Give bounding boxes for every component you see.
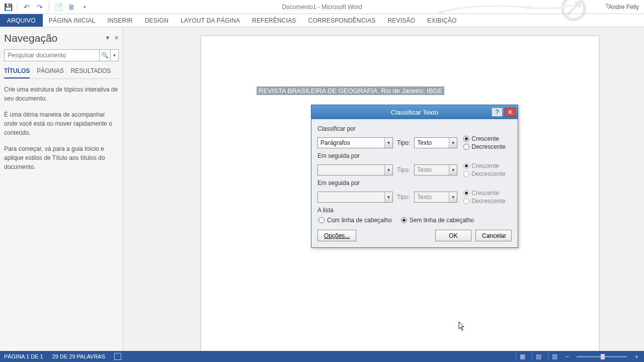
tab-references[interactable]: REFERÊNCIAS	[246, 14, 302, 27]
asc-radio-1[interactable]: Crescente	[463, 135, 505, 142]
status-page[interactable]: PÁGINA 1 DE 1	[4, 353, 43, 359]
asc-radio-3: Crescente	[463, 190, 505, 197]
type-label-3: Tipo:	[397, 194, 410, 201]
then-by-label-2: Em seguida por	[317, 179, 512, 187]
new-doc-icon[interactable]: 🗎	[66, 2, 76, 12]
sort-field-3-combo: ▼	[317, 192, 393, 203]
options-button[interactable]: Opções...	[317, 230, 356, 241]
with-header-radio[interactable]: Com linha de cabeçalho	[318, 217, 392, 224]
status-bar: PÁGINA 1 DE 1 29 DE 29 PALAVRAS ▦ ▤ ▥ − …	[0, 351, 644, 362]
type-label-2: Tipo:	[397, 166, 410, 173]
chevron-down-icon: ▼	[384, 192, 392, 202]
nav-tab-pages[interactable]: PÁGINAS	[37, 67, 63, 78]
user-name[interactable]: Andre Felly	[608, 4, 639, 11]
document-area[interactable]: REVISTA BRASILEIRA DE GEOGRAFIA. Rio de …	[123, 27, 644, 351]
nav-tab-headings[interactable]: TÍTULOS	[4, 67, 30, 78]
sort-type-2-combo: Texto▼	[414, 164, 457, 175]
ribbon-tabs: ARQUIVO PÁGINA INICIAL INSERIR DESIGN LA…	[0, 14, 644, 27]
title-bar: 💾 ↶ ↷ 📄 🗎 ▾ Documento1 - Microsoft Word …	[0, 0, 644, 14]
search-dropdown-icon[interactable]: ▼	[110, 50, 118, 61]
zoom-out-icon[interactable]: −	[564, 353, 571, 360]
navigation-pane: Navegação ▼ ✕ 🔍 ▼ TÍTULOS PÁGINAS RESULT…	[0, 27, 123, 351]
chevron-down-icon[interactable]: ▼	[384, 165, 392, 175]
view-read-icon[interactable]: ▦	[516, 352, 529, 361]
nav-dropdown-icon[interactable]: ▼	[104, 34, 111, 41]
nav-tab-results[interactable]: RESULTADOS	[71, 67, 111, 78]
chevron-down-icon[interactable]: ▼	[384, 138, 392, 148]
type-label-1: Tipo:	[397, 139, 410, 146]
sort-row-1: Parágrafos▼ Tipo: Texto▼ Crescente Decre…	[317, 135, 512, 150]
svg-point-1	[440, 11, 444, 15]
quick-access-toolbar: 💾 ↶ ↷ 📄 🗎 ▾	[0, 2, 90, 12]
tab-layout[interactable]: LAYOUT DA PÁGINA	[175, 14, 246, 27]
desc-radio-2: Decrescente	[463, 170, 505, 177]
status-words[interactable]: 29 DE 29 PALAVRAS	[52, 353, 105, 359]
nav-title: Navegação	[4, 32, 119, 44]
nav-pane-controls: ▼ ✕	[104, 34, 120, 41]
dialog-title: Classificar Texto	[391, 109, 438, 116]
undo-icon[interactable]: ↶	[22, 2, 32, 12]
dialog-help-icon[interactable]: ?	[492, 108, 503, 117]
touch-mode-icon[interactable]: 📄	[53, 2, 63, 12]
tab-file[interactable]: ARQUIVO	[0, 14, 43, 27]
zoom-slider[interactable]	[577, 356, 627, 357]
selected-text[interactable]: REVISTA BRASILEIRA DE GEOGRAFIA. Rio de …	[257, 86, 444, 95]
tab-design[interactable]: DESIGN	[139, 14, 175, 27]
dialog-buttons: Opções... OK Cancelar	[317, 230, 512, 241]
workspace: Navegação ▼ ✕ 🔍 ▼ TÍTULOS PÁGINAS RESULT…	[0, 27, 644, 351]
svg-point-2	[526, 6, 530, 10]
desc-radio-3: Decrescente	[463, 198, 505, 205]
sort-row-3: ▼ Tipo: Texto▼ Crescente Decrescente	[317, 190, 512, 205]
asc-radio-2: Crescente	[463, 162, 505, 169]
save-icon[interactable]: 💾	[3, 2, 13, 12]
search-input[interactable]	[5, 50, 99, 61]
nav-tabs: TÍTULOS PÁGINAS RESULTADOS	[4, 67, 119, 79]
nav-help-text: Crie uma estrutura de tópicos interativa…	[4, 85, 119, 171]
dialog-body: Classificar por Parágrafos▼ Tipo: Texto▼…	[311, 119, 518, 247]
dialog-titlebar[interactable]: Classificar Texto ? ✕	[311, 105, 518, 119]
sort-field-1-combo[interactable]: Parágrafos▼	[317, 137, 393, 148]
sort-by-label: Classificar por	[317, 125, 512, 132]
tab-view[interactable]: EXIBIÇÃO	[421, 14, 462, 27]
proofing-icon[interactable]	[114, 353, 121, 360]
sort-type-3-combo: Texto▼	[414, 192, 457, 203]
dialog-close-icon[interactable]: ✕	[505, 108, 516, 117]
desc-radio-1[interactable]: Decrescente	[463, 143, 505, 150]
tab-home[interactable]: PÁGINA INICIAL	[43, 14, 102, 27]
view-print-icon[interactable]: ▤	[532, 352, 545, 361]
nav-search: 🔍 ▼	[4, 49, 119, 61]
qat-more-icon[interactable]: ▾	[79, 2, 90, 12]
list-label: A lista	[317, 207, 512, 214]
sort-field-2-combo[interactable]: ▼	[317, 164, 393, 175]
tab-insert[interactable]: INSERIR	[102, 14, 139, 27]
redo-icon[interactable]: ↷	[35, 2, 45, 12]
zoom-in-icon[interactable]: +	[633, 353, 640, 360]
tab-mailings[interactable]: CORRESPONDÊNCIAS	[302, 14, 382, 27]
sort-type-1-combo[interactable]: Texto▼	[414, 137, 457, 148]
status-right: ▦ ▤ ▥ − +	[516, 352, 640, 361]
search-icon[interactable]: 🔍	[99, 50, 110, 61]
header-row-options: Com linha de cabeçalho Sem linha de cabe…	[318, 217, 512, 224]
tab-review[interactable]: REVISÃO	[381, 14, 421, 27]
view-web-icon[interactable]: ▥	[548, 352, 561, 361]
cursor-icon	[458, 321, 465, 331]
no-header-radio[interactable]: Sem linha de cabeçalho	[401, 217, 474, 224]
chevron-down-icon: ▼	[449, 192, 457, 202]
sort-row-2: ▼ Tipo: Texto▼ Crescente Decrescente	[317, 162, 512, 177]
cancel-button[interactable]: Cancelar	[475, 230, 512, 241]
ok-button[interactable]: OK	[435, 230, 471, 241]
document-page[interactable]: REVISTA BRASILEIRA DE GEOGRAFIA. Rio de …	[201, 36, 599, 351]
chevron-down-icon[interactable]: ▼	[449, 138, 457, 148]
then-by-label-1: Em seguida por	[317, 152, 512, 159]
nav-close-icon[interactable]: ✕	[113, 34, 120, 41]
sort-text-dialog: Classificar Texto ? ✕ Classificar por Pa…	[311, 105, 518, 248]
window-title: Documento1 - Microsoft Word	[282, 4, 362, 11]
chevron-down-icon: ▼	[449, 165, 457, 175]
